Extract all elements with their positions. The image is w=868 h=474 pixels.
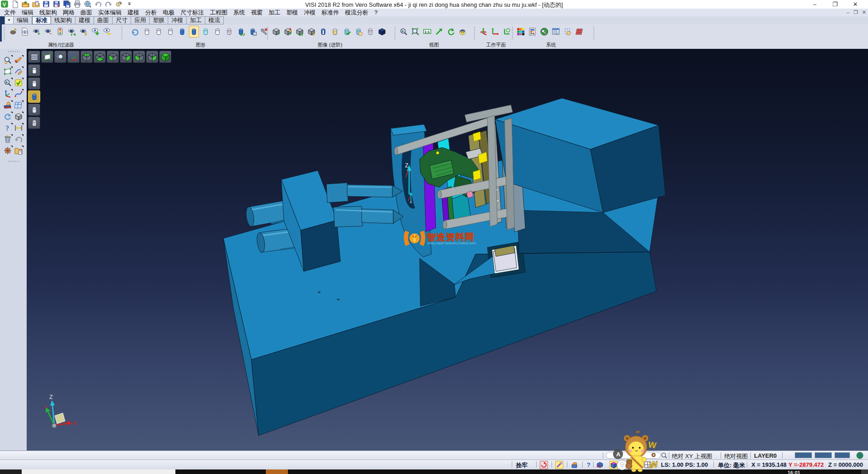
undo-arrow-icon[interactable] bbox=[14, 134, 24, 144]
color-swatch-1[interactable] bbox=[795, 452, 812, 458]
palette-grid-icon[interactable] bbox=[516, 26, 526, 38]
menu-曲面[interactable]: 曲面 bbox=[80, 9, 92, 17]
wheel-helm-icon[interactable] bbox=[3, 146, 13, 156]
minimize-button[interactable]: – bbox=[808, 0, 821, 9]
vcube-right-icon[interactable] bbox=[146, 51, 158, 63]
axis-triad-icon[interactable] bbox=[3, 89, 13, 99]
mdi-restore-button[interactable]: ❐ bbox=[854, 9, 858, 15]
cyl-recycle-icon[interactable] bbox=[236, 26, 246, 38]
menu-建模[interactable]: 建模 bbox=[127, 9, 139, 17]
cyl-outline2-button[interactable] bbox=[28, 77, 40, 90]
display-mode-toolbar[interactable] bbox=[28, 64, 40, 129]
one-to-one-icon[interactable]: 1:1 bbox=[422, 26, 432, 38]
menu-系统[interactable]: 系统 bbox=[233, 9, 245, 17]
cube-refresh-icon[interactable] bbox=[295, 26, 305, 38]
color-swatch-2[interactable] bbox=[815, 452, 832, 458]
panel-grip[interactable] bbox=[8, 51, 19, 52]
menu-网格[interactable]: 网格 bbox=[63, 9, 75, 17]
help-q-icon[interactable]: ? bbox=[3, 123, 13, 133]
eye-plusminus-icon[interactable]: ± bbox=[79, 26, 89, 38]
wrench-x-icon[interactable] bbox=[259, 26, 269, 38]
vcube-left-icon[interactable] bbox=[133, 51, 145, 63]
panel-grip-bottom[interactable] bbox=[8, 161, 19, 162]
tab-编辑[interactable]: 编辑 bbox=[14, 16, 32, 24]
restore-button[interactable]: ❐ bbox=[828, 0, 842, 9]
cube-navy-icon[interactable] bbox=[377, 26, 387, 38]
cyl-refresh-icon[interactable] bbox=[130, 26, 140, 38]
cyl-blue-sel-button[interactable] bbox=[28, 90, 40, 103]
cyl-cyan-icon[interactable] bbox=[201, 26, 211, 38]
mag-lasso-icon[interactable] bbox=[3, 55, 13, 65]
mdi-minimize-button[interactable]: – bbox=[847, 9, 849, 15]
menu-文件[interactable]: 文件 bbox=[4, 9, 16, 17]
vcube-bottom-icon[interactable] bbox=[94, 51, 106, 63]
barrel-blue-icon[interactable] bbox=[318, 26, 328, 38]
cyl-outline-icon[interactable] bbox=[142, 26, 152, 38]
paint-filter-icon[interactable] bbox=[8, 26, 18, 38]
spline-pencil-icon[interactable] bbox=[14, 89, 24, 99]
tab-冲模[interactable]: 冲模 bbox=[168, 16, 187, 24]
axis-green-icon[interactable] bbox=[490, 26, 500, 38]
cube-plus-icon[interactable]: + bbox=[271, 26, 281, 38]
menu-塑模[interactable]: 塑模 bbox=[286, 9, 298, 17]
zoom-pm-icon[interactable]: ± bbox=[3, 78, 13, 88]
cyl-copy-orange-icon[interactable] bbox=[354, 26, 363, 38]
cyl-hatch2-icon[interactable] bbox=[365, 26, 375, 38]
tab-建模[interactable]: 建模 bbox=[75, 16, 94, 24]
cyl-check-icon[interactable] bbox=[342, 26, 352, 38]
eye-plus-icon[interactable]: + bbox=[32, 26, 42, 38]
tab-加工[interactable]: 加工 bbox=[187, 16, 205, 24]
wrench-globe-icon[interactable] bbox=[539, 26, 549, 38]
craft-icon[interactable] bbox=[571, 461, 579, 469]
menu-?[interactable]: ? bbox=[374, 9, 377, 16]
vcube-front-icon[interactable] bbox=[107, 51, 119, 63]
viewport-3d[interactable]: Z 智造资料网 INTELLIGENT MANUFACTURING DATA Z… bbox=[27, 49, 868, 450]
cube-traffic-icon[interactable] bbox=[283, 26, 293, 38]
menu-尺寸标注[interactable]: 尺寸标注 bbox=[180, 9, 204, 17]
trash-icon[interactable] bbox=[3, 134, 13, 144]
axis-snap-icon[interactable] bbox=[502, 26, 512, 38]
dim-width-icon[interactable] bbox=[14, 123, 24, 133]
eye-minus-icon[interactable]: − bbox=[43, 26, 53, 38]
vcube-iso-icon[interactable] bbox=[159, 51, 171, 63]
pencil-curve-icon[interactable] bbox=[14, 66, 24, 76]
palette-doc-icon[interactable] bbox=[528, 26, 538, 38]
cube-plusminus-icon[interactable]: ± bbox=[307, 26, 316, 38]
layer-indicator[interactable]: LAYER0 bbox=[754, 452, 777, 459]
books-palette-icon[interactable] bbox=[3, 100, 13, 110]
doc-eye-icon[interactable] bbox=[20, 26, 30, 38]
cyl-outline-button[interactable] bbox=[28, 64, 40, 76]
cyl-blue-sel-icon[interactable] bbox=[189, 26, 199, 38]
mag-corners-icon[interactable] bbox=[410, 26, 420, 38]
close-button[interactable]: ✕ bbox=[849, 0, 862, 9]
tab-dropdown-button[interactable]: ▼ bbox=[5, 16, 14, 24]
check-box-icon[interactable] bbox=[14, 78, 24, 88]
vcube-back-icon[interactable] bbox=[120, 51, 132, 63]
recycle-icon[interactable] bbox=[540, 461, 548, 469]
window-wrench-icon[interactable] bbox=[551, 26, 561, 38]
mdi-close-button[interactable]: ✕ bbox=[862, 9, 866, 15]
cyl-light-button[interactable] bbox=[28, 104, 40, 116]
cyl-hatch-button[interactable] bbox=[28, 117, 40, 129]
menu-视窗[interactable]: 视窗 bbox=[251, 9, 263, 17]
menu-编辑[interactable]: 编辑 bbox=[22, 9, 33, 17]
wand-icon[interactable] bbox=[555, 461, 563, 469]
zoom-pm-icon[interactable]: ± bbox=[399, 26, 409, 38]
menu-工程图[interactable]: 工程图 bbox=[210, 9, 227, 17]
cyl-copy-icon[interactable] bbox=[248, 26, 258, 38]
traffic-light-icon[interactable] bbox=[55, 26, 65, 38]
cyl-outline2-icon[interactable] bbox=[154, 26, 164, 38]
hand-grid-icon[interactable] bbox=[563, 26, 573, 38]
menu-实体编辑[interactable]: 实体编辑 bbox=[98, 9, 122, 17]
axis-triad-icon[interactable] bbox=[67, 51, 80, 63]
tab-尺寸[interactable]: 尺寸 bbox=[113, 16, 131, 24]
color-swatch-3[interactable] bbox=[835, 452, 850, 458]
globe-icon[interactable] bbox=[856, 452, 863, 459]
hamburger-icon[interactable] bbox=[28, 51, 40, 63]
refresh-green-icon[interactable] bbox=[446, 26, 456, 38]
folder-doc-icon[interactable] bbox=[14, 146, 24, 156]
tab-模流[interactable]: 模流 bbox=[205, 16, 224, 24]
view-orientation-toolbar[interactable] bbox=[28, 51, 171, 63]
menu-标准件[interactable]: 标准件 bbox=[321, 9, 339, 17]
window-blue-icon[interactable] bbox=[14, 100, 24, 110]
